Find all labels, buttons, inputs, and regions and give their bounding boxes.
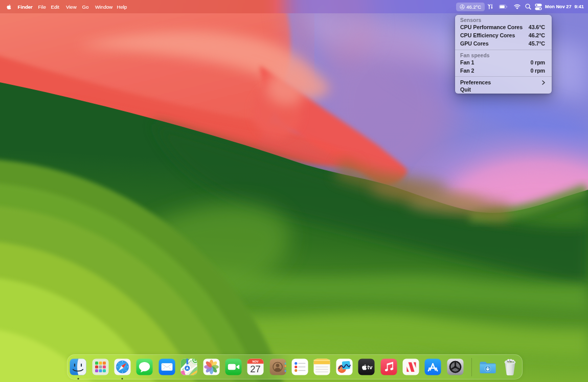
battery-menubar-item[interactable]	[499, 0, 508, 13]
dock-item-freeform[interactable]	[333, 354, 355, 379]
dock-item-calendar[interactable]: NOV 27	[244, 354, 266, 379]
safari-icon	[114, 358, 131, 375]
menubar-date[interactable]: Mon Nov 27	[545, 0, 572, 13]
apple-icon	[7, 4, 11, 10]
menu-item-cpu-performance[interactable]: CPU Performance Cores 43.6°C	[460, 23, 545, 31]
updown-arrows-menubar-item[interactable]	[488, 0, 493, 13]
dock-item-news[interactable]	[400, 354, 422, 379]
dock-separator	[471, 358, 472, 376]
menu-item-fan1[interactable]: Fan 1 0 rpm	[460, 58, 545, 66]
menu-item-label: Preferences	[460, 79, 491, 85]
contacts-icon	[269, 358, 286, 375]
dock-item-maps[interactable]	[178, 354, 200, 379]
menu-separator	[455, 50, 552, 50]
dock-item-reminders[interactable]	[289, 354, 311, 379]
menubar-time[interactable]: 9:41	[575, 0, 584, 13]
menu-item-label: Quit	[460, 86, 471, 93]
menu-app-name[interactable]: Finder	[18, 0, 33, 13]
menu-item-label: Fan 2	[460, 68, 474, 74]
fan-sensor-icon	[460, 4, 465, 10]
dock-item-downloads[interactable]	[477, 354, 499, 379]
notes-icon	[313, 358, 330, 375]
wifi-menubar-item[interactable]	[514, 0, 521, 13]
control-center-menubar-item[interactable]	[535, 0, 542, 13]
downloads-folder-icon	[479, 358, 497, 375]
menu-edit[interactable]: Edit	[51, 0, 60, 13]
menu-item-quit[interactable]: Quit	[460, 85, 545, 94]
updown-arrows-icon	[488, 4, 493, 9]
dock-item-photos[interactable]	[200, 354, 222, 379]
dock-item-appstore[interactable]	[422, 354, 444, 379]
dock-item-trash[interactable]	[499, 354, 521, 379]
calendar-month-label: NOV	[253, 360, 259, 363]
menu-help[interactable]: Help	[117, 0, 127, 13]
dock-item-music[interactable]	[377, 354, 399, 379]
menubar-temperature: 46.2°C	[466, 4, 481, 10]
menu-bar: Finder File Edit View Go Window Help 46.…	[0, 0, 588, 13]
battery-icon	[499, 5, 508, 9]
music-icon	[380, 358, 397, 375]
running-indicator	[122, 378, 123, 379]
sensor-dropdown-menu: Sensors CPU Performance Cores 43.6°C CPU…	[455, 15, 552, 94]
appstore-icon	[424, 358, 441, 375]
dock-item-mail[interactable]	[156, 354, 178, 379]
running-indicator	[77, 378, 79, 379]
menu-file[interactable]: File	[38, 0, 46, 13]
photos-icon	[203, 358, 220, 375]
menu-item-label: CPU Efficiency Cores	[460, 32, 515, 38]
menu-item-value: 0 rpm	[530, 68, 545, 74]
dock: NOV 27	[67, 354, 523, 379]
menu-item-cpu-efficiency[interactable]: CPU Efficiency Cores 46.2°C	[460, 31, 545, 39]
facetime-icon	[225, 358, 242, 375]
apple-menu[interactable]	[7, 0, 11, 13]
dock-item-facetime[interactable]	[222, 354, 244, 379]
dock-item-notes[interactable]	[311, 354, 333, 379]
menu-item-value: 43.6°C	[529, 24, 545, 30]
menu-separator	[455, 76, 552, 77]
menu-item-value: 45.7°C	[529, 40, 545, 47]
calendar-day-label: 27	[251, 364, 261, 374]
dock-item-finder[interactable]	[67, 354, 89, 379]
freeform-icon	[336, 358, 353, 375]
menu-window[interactable]: Window	[95, 0, 112, 13]
tv-label: tv	[368, 364, 373, 370]
calendar-icon: NOV 27	[247, 358, 264, 375]
menu-item-label: Fan 1	[460, 59, 474, 65]
menu-go[interactable]: Go	[82, 0, 89, 13]
dock-item-contacts[interactable]	[267, 354, 289, 379]
control-center-icon	[535, 4, 542, 10]
maps-icon	[180, 358, 197, 375]
sensor-menubar-item[interactable]: 46.2°C	[456, 3, 485, 11]
menu-item-gpu-cores[interactable]: GPU Cores 45.7°C	[460, 39, 545, 48]
dock-item-settings[interactable]	[444, 354, 466, 379]
menu-item-label: CPU Performance Cores	[460, 24, 523, 30]
finder-icon	[70, 358, 86, 375]
messages-icon	[136, 358, 153, 375]
menu-item-fan2[interactable]: Fan 2 0 rpm	[460, 66, 545, 75]
trash-icon	[502, 358, 518, 376]
dock-item-launchpad[interactable]	[89, 354, 111, 379]
mail-icon	[159, 358, 175, 375]
dock-item-tv[interactable]: tv	[355, 354, 377, 379]
search-icon	[525, 4, 531, 10]
dock-item-messages[interactable]	[133, 354, 155, 379]
settings-icon	[447, 358, 464, 375]
menu-item-value: 0 rpm	[530, 59, 545, 65]
submenu-chevron-icon	[542, 80, 545, 85]
dock-item-safari[interactable]	[111, 354, 133, 379]
wifi-icon	[514, 4, 521, 9]
news-icon	[402, 358, 419, 375]
spotlight-menubar-item[interactable]	[525, 0, 531, 13]
menu-item-label: GPU Cores	[460, 40, 489, 47]
reminders-icon	[291, 358, 308, 375]
menu-view[interactable]: View	[66, 0, 77, 13]
launchpad-icon	[92, 358, 109, 375]
tv-icon: tv	[358, 358, 375, 375]
menu-item-value: 46.2°C	[529, 32, 545, 38]
